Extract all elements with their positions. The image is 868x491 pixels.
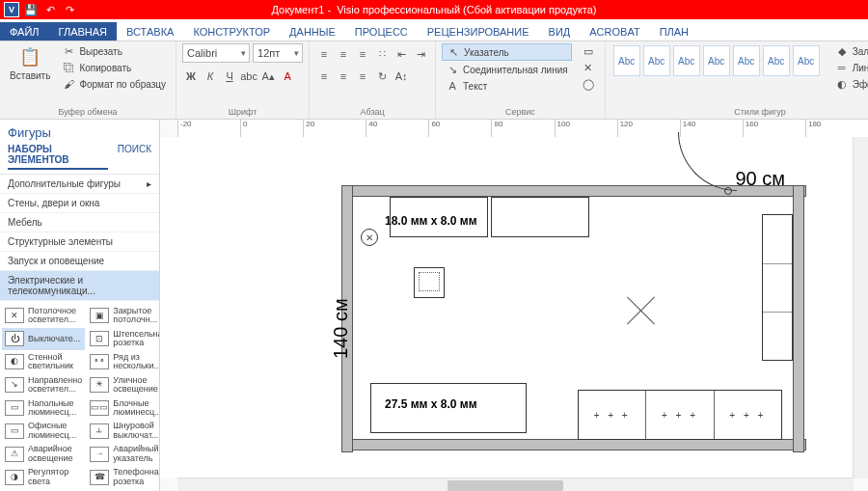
- align-top-button[interactable]: ≡: [315, 45, 333, 63]
- scroll-thumb[interactable]: [448, 480, 563, 491]
- align-center-button[interactable]: ≡: [335, 68, 352, 85]
- style-gallery[interactable]: Abc Abc Abc Abc Abc Abc Abc: [611, 43, 822, 78]
- redo-icon[interactable]: ↷: [62, 2, 77, 17]
- style-swatch[interactable]: Abc: [643, 45, 670, 76]
- tab-home[interactable]: ГЛАВНАЯ: [49, 22, 117, 41]
- italic-button[interactable]: К: [202, 68, 219, 85]
- style-swatch[interactable]: Abc: [703, 45, 730, 76]
- shape-icon: ▭: [5, 423, 24, 439]
- furniture-small[interactable]: [414, 267, 445, 298]
- category-structural[interactable]: Структурные элементы: [0, 232, 159, 252]
- indent-less-button[interactable]: ⇤: [393, 45, 410, 63]
- shape-item[interactable]: ▣Закрытое потолочн...: [87, 305, 159, 327]
- stencils-tab[interactable]: НАБОРЫ ЭЛЕМЕНТОВ: [8, 144, 108, 170]
- tab-file[interactable]: ФАЙЛ: [0, 22, 49, 41]
- shape-item[interactable]: ☎Телефонная розетка: [87, 466, 159, 488]
- drawing-canvas[interactable]: 90 см 140 см 18.0 мм x 8.0 мм ✕ 27.5 мм …: [177, 137, 854, 478]
- shape-item[interactable]: ↘Направленно осветител...: [2, 374, 85, 396]
- font-grow-button[interactable]: A▴: [259, 68, 277, 85]
- brush-icon: 🖌: [62, 77, 75, 91]
- style-swatch[interactable]: Abc: [613, 45, 640, 76]
- tab-design[interactable]: КОНСТРУКТОР: [183, 22, 280, 41]
- shape-item[interactable]: ⚠Аварийное освещение: [2, 443, 85, 465]
- category-more[interactable]: Дополнительные фигуры▸: [0, 175, 159, 194]
- tab-review[interactable]: РЕЦЕНЗИРОВАНИЕ: [418, 22, 539, 41]
- shape-item[interactable]: →Аварийный указатель: [87, 443, 159, 465]
- copy-button[interactable]: ⿻Копировать: [58, 60, 170, 75]
- scrollbar-horizontal[interactable]: [177, 477, 854, 491]
- tab-plan[interactable]: ПЛАН: [650, 22, 698, 41]
- bold-button[interactable]: Ж: [182, 68, 200, 85]
- furniture-sofa-right[interactable]: + + + + + + + + +: [578, 390, 782, 440]
- pointer-tool-button[interactable]: ↖Указатель: [442, 43, 572, 61]
- tab-process[interactable]: ПРОЦЕСС: [345, 22, 418, 41]
- shape-item[interactable]: ⏻Выключате...: [2, 328, 85, 350]
- cut-button[interactable]: ✂Вырезать: [58, 43, 170, 59]
- furniture-cabinet-2[interactable]: [491, 197, 589, 237]
- tab-data[interactable]: ДАННЫЕ: [280, 22, 345, 41]
- font-name-combo[interactable]: Calibri: [182, 43, 250, 63]
- category-alarm[interactable]: Запуск и оповещение: [0, 252, 159, 271]
- format-painter-button[interactable]: 🖌Формат по образцу: [58, 76, 170, 92]
- category-electrical[interactable]: Электрические и телекоммуникаци...: [0, 271, 159, 301]
- ellipse-tool-button[interactable]: ◯: [578, 76, 599, 92]
- tab-view[interactable]: ВИД: [539, 22, 581, 41]
- category-furniture[interactable]: Мебель: [0, 213, 159, 232]
- shape-item[interactable]: ☀Уличное освещение: [87, 374, 159, 396]
- bullets-button[interactable]: ∷: [373, 45, 391, 63]
- spacing-button[interactable]: A↕: [393, 68, 410, 85]
- ceiling-mark[interactable]: [621, 291, 660, 330]
- ruler-vertical: [160, 137, 178, 478]
- indent-more-button[interactable]: ⇥: [412, 45, 429, 63]
- group-label: Абзац: [315, 107, 429, 119]
- quick-access-toolbar: V 💾 ↶ ↷: [0, 2, 77, 17]
- tab-acrobat[interactable]: ACROBAT: [580, 22, 649, 41]
- text-tool-button[interactable]: AТекст: [442, 78, 572, 94]
- undo-icon[interactable]: ↶: [42, 2, 58, 17]
- door-arc[interactable]: [678, 132, 737, 191]
- underline-button[interactable]: Ч: [221, 68, 238, 85]
- style-swatch[interactable]: Abc: [793, 45, 820, 76]
- shape-item[interactable]: ▭Офисные люминесц...: [2, 420, 85, 442]
- shape-item[interactable]: ⥿Шнуровой выключат...: [87, 420, 159, 442]
- align-left-button[interactable]: ≡: [315, 68, 333, 85]
- category-walls[interactable]: Стены, двери и окна: [0, 194, 159, 213]
- style-swatch[interactable]: Abc: [733, 45, 760, 76]
- effects-button[interactable]: ◐Эффекты ▾: [831, 76, 868, 92]
- line-button[interactable]: ═Линия ▾: [831, 60, 868, 75]
- font-size-combo[interactable]: 12пт: [253, 43, 303, 63]
- save-icon[interactable]: 💾: [23, 2, 39, 17]
- shape-item[interactable]: ▭Напольные люминесц...: [2, 397, 85, 420]
- shape-item[interactable]: ✕Потолочное осветител...: [2, 305, 85, 327]
- connector-tool-button[interactable]: ↘Соединительная линия: [442, 62, 572, 77]
- shape-icon: ▭: [5, 400, 24, 416]
- style-swatch[interactable]: Abc: [763, 45, 790, 76]
- shape-icon: ▣: [90, 308, 109, 323]
- shape-icon: ☎: [90, 470, 109, 485]
- rect-tool-button[interactable]: ▭: [578, 43, 599, 59]
- rotate-button[interactable]: ↻: [373, 68, 391, 85]
- align-bottom-button[interactable]: ≡: [354, 45, 371, 63]
- align-middle-button[interactable]: ≡: [335, 45, 352, 63]
- wall-bottom[interactable]: [341, 439, 806, 450]
- strike-button[interactable]: abc: [240, 68, 258, 85]
- shape-item[interactable]: ⊡Штепсельная розетка: [87, 328, 159, 350]
- cut-icon: ✂: [62, 44, 75, 58]
- x-tool-button[interactable]: ✕: [578, 60, 599, 75]
- tab-insert[interactable]: ВСТАВКА: [117, 22, 183, 41]
- shape-item[interactable]: ▭▭Блочные люминесц...: [87, 397, 159, 420]
- shape-item[interactable]: ◐Стенной светильник: [2, 351, 85, 373]
- shape-item[interactable]: ∘∘Ряд из нескольки...: [87, 351, 159, 373]
- fill-icon: ◆: [835, 44, 849, 58]
- search-tab[interactable]: ПОИСК: [118, 144, 151, 170]
- shape-item[interactable]: ◑Регулятор света: [2, 466, 85, 488]
- style-swatch[interactable]: Abc: [673, 45, 700, 76]
- furniture-shelf[interactable]: [762, 214, 793, 361]
- wall-right[interactable]: [793, 185, 804, 452]
- font-color-button[interactable]: A: [279, 68, 296, 85]
- fill-button[interactable]: ◆Заливка ▾: [831, 43, 868, 59]
- outlet-symbol[interactable]: ✕: [361, 229, 378, 246]
- paste-button[interactable]: 📋 Вставить: [6, 43, 54, 83]
- scrollbar-vertical[interactable]: [853, 137, 868, 478]
- align-right-button[interactable]: ≡: [354, 68, 371, 85]
